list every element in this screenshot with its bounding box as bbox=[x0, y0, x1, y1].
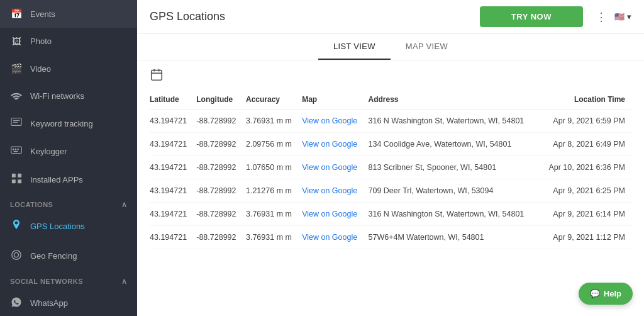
col-latitude: Latitude bbox=[150, 90, 196, 110]
cell-address: 316 N Washington St, Watertown, WI, 5480… bbox=[368, 110, 542, 133]
sidebar-item-photo-label: Photo bbox=[30, 37, 52, 46]
cell-latitude: 43.194721 bbox=[150, 226, 196, 249]
svg-point-12 bbox=[12, 251, 21, 259]
view-on-google-link[interactable]: View on Google bbox=[302, 116, 357, 125]
col-location-time: Location Time bbox=[543, 90, 631, 110]
col-longitude: Longitude bbox=[196, 90, 246, 110]
cell-address: 57W6+4M Watertown, WI, 54801 bbox=[368, 226, 542, 249]
svg-rect-4 bbox=[13, 149, 14, 150]
cell-map: View on Google bbox=[302, 226, 368, 249]
col-accuracy: Accuracy bbox=[246, 90, 302, 110]
cell-accuracy: 2.09756 m m bbox=[246, 133, 302, 156]
view-on-google-link[interactable]: View on Google bbox=[302, 233, 357, 242]
cell-longitude: -88.728992 bbox=[196, 110, 246, 133]
sidebar-item-keyword[interactable]: Keyword tracking bbox=[0, 110, 137, 138]
sidebar-item-geofencing[interactable]: Geo Fencing bbox=[0, 241, 137, 271]
sidebar-item-photo[interactable]: 🖼 Photo bbox=[0, 28, 137, 55]
main-content: GPS Locations TRY NOW ⋮ 🇺🇸 ▾ LIST VIEW M… bbox=[137, 0, 644, 316]
cell-location-time: Apr 9, 2021 6:25 PM bbox=[543, 179, 631, 203]
cell-map: View on Google bbox=[302, 110, 368, 133]
keylogger-icon bbox=[10, 146, 23, 157]
tab-list-view[interactable]: LIST VIEW bbox=[318, 34, 391, 60]
cell-accuracy: 1.07650 m m bbox=[246, 156, 302, 179]
photo-icon: 🖼 bbox=[10, 36, 23, 47]
cell-map: View on Google bbox=[302, 203, 368, 226]
flag-icon: 🇺🇸 bbox=[614, 12, 625, 21]
table-row: 43.194721 -88.728992 1.21276 m m View on… bbox=[150, 179, 631, 203]
whatsapp-icon bbox=[10, 296, 23, 310]
cell-longitude: -88.728992 bbox=[196, 133, 246, 156]
sidebar-item-events[interactable]: 📅 Events bbox=[0, 0, 137, 28]
tabs-bar: LIST VIEW MAP VIEW bbox=[137, 34, 644, 60]
svg-rect-7 bbox=[14, 151, 18, 152]
locations-table: Latitude Longitude Accuracy Map Address … bbox=[150, 90, 631, 249]
cell-accuracy: 3.76931 m m bbox=[246, 110, 302, 133]
locations-chevron-icon: ∧ bbox=[121, 200, 128, 209]
page-title: GPS Locations bbox=[150, 10, 470, 23]
calendar-button[interactable] bbox=[150, 68, 164, 85]
svg-rect-9 bbox=[18, 174, 21, 178]
table-row: 43.194721 -88.728992 3.76931 m m View on… bbox=[150, 110, 631, 133]
section-social: SOCIAL NETWORKS ∧ bbox=[0, 271, 137, 288]
svg-rect-3 bbox=[11, 147, 22, 154]
events-icon: 📅 bbox=[10, 8, 23, 20]
svg-rect-6 bbox=[18, 149, 19, 150]
help-button[interactable]: 💬 Help bbox=[579, 283, 633, 305]
gps-icon bbox=[10, 220, 23, 233]
cell-longitude: -88.728992 bbox=[196, 226, 246, 249]
sidebar-item-wifi-label: Wi-Fi networks bbox=[30, 91, 84, 101]
table-row: 43.194721 -88.728992 1.07650 m m View on… bbox=[150, 156, 631, 179]
svg-rect-10 bbox=[11, 179, 15, 183]
view-on-google-link[interactable]: View on Google bbox=[302, 163, 357, 172]
topbar-icons: ⋮ 🇺🇸 ▾ bbox=[593, 8, 631, 26]
social-chevron-icon: ∧ bbox=[121, 277, 128, 286]
sidebar-item-whatsapp-label: WhatsApp bbox=[30, 298, 68, 308]
try-now-button[interactable]: TRY NOW bbox=[480, 6, 583, 27]
sidebar-item-wifi[interactable]: Wi-Fi networks bbox=[0, 82, 137, 110]
sidebar-item-apps[interactable]: Installed APPs bbox=[0, 165, 137, 194]
tab-map-view[interactable]: MAP VIEW bbox=[391, 34, 463, 60]
sidebar-item-geofencing-label: Geo Fencing bbox=[30, 251, 77, 261]
view-on-google-link[interactable]: View on Google bbox=[302, 210, 357, 218]
sidebar: 📅 Events 🖼 Photo 🎬 Video Wi-Fi networks … bbox=[0, 0, 137, 316]
view-on-google-link[interactable]: View on Google bbox=[302, 140, 357, 149]
cell-map: View on Google bbox=[302, 156, 368, 179]
sidebar-item-video-label: Video bbox=[30, 64, 51, 74]
more-options-button[interactable]: ⋮ bbox=[593, 8, 609, 26]
video-icon: 🎬 bbox=[10, 63, 23, 74]
cell-location-time: Apr 9, 2021 1:12 PM bbox=[543, 226, 631, 249]
sidebar-item-keylogger[interactable]: Keylogger bbox=[0, 138, 137, 165]
topbar: GPS Locations TRY NOW ⋮ 🇺🇸 ▾ bbox=[137, 0, 644, 34]
table-row: 43.194721 -88.728992 2.09756 m m View on… bbox=[150, 133, 631, 156]
section-social-label: SOCIAL NETWORKS bbox=[10, 278, 83, 285]
view-on-google-link[interactable]: View on Google bbox=[302, 186, 357, 195]
cell-address: 813 Scribner St, Spooner, WI, 54801 bbox=[368, 156, 542, 179]
apps-icon bbox=[10, 173, 23, 186]
cell-address: 709 Deer Trl, Watertown, WI, 53094 bbox=[368, 179, 542, 203]
svg-rect-5 bbox=[15, 149, 16, 150]
sidebar-item-apps-label: Installed APPs bbox=[30, 175, 83, 184]
cell-latitude: 43.194721 bbox=[150, 156, 196, 179]
svg-rect-8 bbox=[11, 174, 15, 178]
sidebar-item-gps[interactable]: GPS Locations bbox=[0, 212, 137, 241]
cell-latitude: 43.194721 bbox=[150, 179, 196, 203]
cell-longitude: -88.728992 bbox=[196, 156, 246, 179]
sidebar-item-keylogger-label: Keylogger bbox=[30, 147, 67, 156]
wifi-icon bbox=[10, 91, 23, 101]
content-area: Latitude Longitude Accuracy Map Address … bbox=[137, 60, 644, 316]
svg-rect-0 bbox=[11, 118, 21, 126]
cell-latitude: 43.194721 bbox=[150, 133, 196, 156]
cell-location-time: Apr 9, 2021 6:14 PM bbox=[543, 203, 631, 226]
sidebar-item-video[interactable]: 🎬 Video bbox=[0, 55, 137, 82]
cell-map: View on Google bbox=[302, 133, 368, 156]
cell-accuracy: 3.76931 m m bbox=[246, 203, 302, 226]
sidebar-item-events-label: Events bbox=[30, 9, 55, 19]
section-locations: LOCATIONS ∧ bbox=[0, 194, 137, 212]
sidebar-item-gps-label: GPS Locations bbox=[30, 222, 85, 231]
cell-location-time: Apr 8, 2021 6:49 PM bbox=[543, 133, 631, 156]
svg-rect-14 bbox=[152, 71, 162, 81]
flag-chevron: ▾ bbox=[627, 12, 631, 21]
sidebar-item-whatsapp[interactable]: WhatsApp bbox=[0, 288, 137, 316]
language-selector-button[interactable]: 🇺🇸 ▾ bbox=[614, 12, 631, 21]
section-locations-label: LOCATIONS bbox=[10, 201, 53, 208]
